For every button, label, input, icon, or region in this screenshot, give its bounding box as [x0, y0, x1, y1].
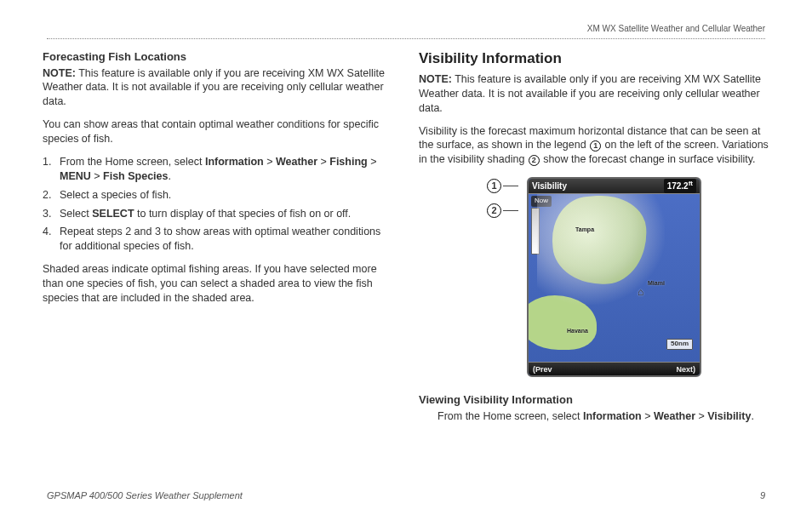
- prev-label: (Prev: [533, 364, 552, 374]
- vv-info: Information: [583, 410, 642, 422]
- callout-num-1: 1: [487, 179, 501, 193]
- header-divider: [47, 38, 765, 39]
- note-text: This feature is available only if you ar…: [43, 67, 385, 108]
- land-florida: [550, 192, 650, 287]
- step-1: From the Home screen, select Information…: [54, 155, 393, 184]
- heading-visibility: Visibility Information: [419, 49, 769, 69]
- sub-heading-viewing: Viewing Visibility Information: [419, 392, 769, 408]
- note-text-r: This feature is available only if you ar…: [419, 73, 761, 114]
- device-screenshot: Visibility 172.2ft Now Tampa Miami Havan…: [527, 177, 701, 377]
- callout-num-2: 2: [487, 203, 501, 218]
- figure: 1 2 Visibility 172.2ft Now Tampa: [419, 177, 769, 377]
- right-column: Visibility Information NOTE: This featur…: [419, 49, 769, 432]
- step-2: Select a species of fish.: [54, 188, 393, 203]
- callout-inline-1: 1: [590, 140, 601, 152]
- city-havana: Havana: [567, 327, 588, 334]
- map-title: Visibility: [532, 180, 567, 192]
- map-now-label: Now: [531, 196, 552, 207]
- nav-weather: Weather: [276, 156, 317, 168]
- callout-inline-2: 2: [529, 155, 540, 166]
- shaded-para: Shaded areas indicate optimal fishing ar…: [43, 262, 393, 306]
- vv-pre: From the Home screen, select: [437, 410, 583, 422]
- step-3: Select SELECT to turn display of that sp…: [54, 207, 393, 221]
- section-title-forecasting: Forecasting Fish Locations: [43, 49, 393, 65]
- page-number: 9: [760, 490, 765, 500]
- step3-bold: SELECT: [92, 208, 134, 220]
- callout-line-1: [503, 186, 518, 186]
- vis-c: show the forecast change in surface visi…: [540, 153, 756, 165]
- note-para: NOTE: This feature is available only if …: [43, 66, 393, 110]
- land-cuba: [527, 295, 597, 351]
- nav-menu: MENU: [60, 170, 91, 182]
- callouts: 1 2: [487, 177, 518, 228]
- callout-1: 1: [487, 179, 518, 193]
- step3-post: to turn display of that species of fish …: [134, 208, 352, 220]
- page-columns: Forecasting Fish Locations NOTE: This fe…: [43, 49, 769, 432]
- vv-weather: Weather: [654, 410, 695, 422]
- step3-pre: Select: [60, 208, 92, 220]
- step1-pre: From the Home screen, select: [60, 156, 205, 168]
- viewing-steps: From the Home screen, select Information…: [437, 409, 769, 424]
- note-label: NOTE:: [43, 67, 76, 79]
- steps-list: From the Home screen, select Information…: [54, 155, 393, 254]
- nav-fishing: Fishing: [329, 156, 367, 168]
- nav-species: Fish Species: [103, 170, 168, 182]
- callout-2: 2: [487, 203, 518, 218]
- note-label-r: NOTE:: [419, 73, 452, 85]
- intro-para: You can show areas that contain optimal …: [43, 117, 393, 146]
- map-scale: 50nm: [666, 339, 693, 350]
- next-label: Next): [676, 364, 695, 374]
- map-bottombar: (Prev Next): [529, 362, 700, 375]
- step-4: Repeat steps 2 and 3 to show areas with …: [54, 225, 393, 254]
- left-column: Forecasting Fish Locations NOTE: This fe…: [43, 49, 393, 432]
- city-tampa: Tampa: [575, 226, 594, 233]
- note-para-right: NOTE: This feature is available only if …: [419, 72, 769, 116]
- vis-desc: Visibility is the forecast maximum horiz…: [419, 124, 769, 168]
- page-footer: GPSMAP 400/500 Series Weather Supplement…: [47, 490, 765, 500]
- header-chapter: XM WX Satellite Weather and Cellular Wea…: [587, 24, 765, 33]
- map-legend: [531, 208, 540, 254]
- callout-line-2: [503, 210, 518, 211]
- boat-icon: ⌂: [638, 285, 643, 299]
- vv-vis: Visibility: [707, 410, 751, 422]
- footer-title: GPSMAP 400/500 Series Weather Supplement: [47, 490, 243, 500]
- city-miami: Miami: [648, 279, 665, 287]
- map-topbar: Visibility 172.2ft: [529, 179, 700, 194]
- map-value: 172.2ft: [664, 179, 696, 193]
- nav-info: Information: [205, 156, 264, 168]
